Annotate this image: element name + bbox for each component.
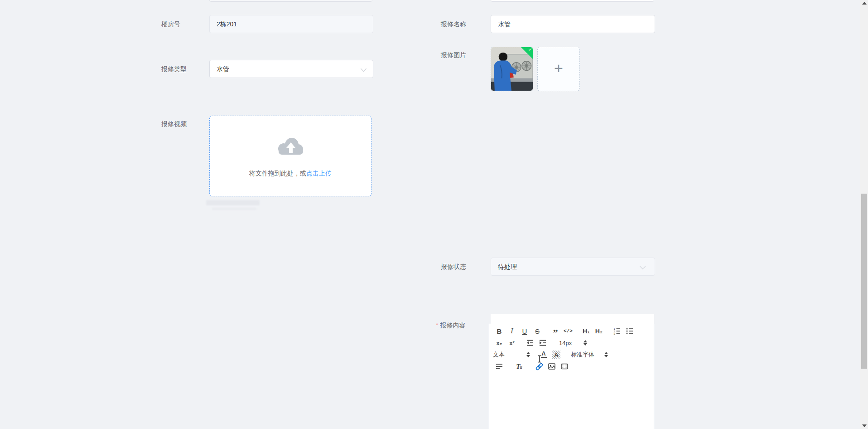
partial-input-left[interactable] <box>209 0 372 2</box>
strike-button[interactable]: S <box>531 326 544 336</box>
link-icon <box>535 362 544 371</box>
indent-icon <box>539 339 547 347</box>
rich-text-content-area[interactable] <box>489 375 654 429</box>
insert-video-button[interactable] <box>558 361 571 372</box>
repair-type-select[interactable]: 水管 <box>209 60 373 78</box>
text-cursor <box>537 355 542 363</box>
toolbar-row-2: x₂ x² 14px <box>489 337 654 349</box>
toolbar-row-1: B I U S ” </> H₁ H₂ 123 <box>489 325 654 337</box>
background-color-button[interactable]: A <box>550 349 563 360</box>
video-icon <box>560 362 569 370</box>
scrollbar-up-arrow[interactable] <box>862 2 867 5</box>
outdent-icon <box>526 339 534 347</box>
font-size-picker[interactable]: 14px <box>559 340 587 346</box>
underline-button[interactable]: U <box>518 326 531 336</box>
italic-button[interactable]: I <box>506 326 518 336</box>
indent-button[interactable] <box>536 337 549 348</box>
repair-type-label: 报修类型 <box>161 60 187 78</box>
scrollbar-thumb[interactable] <box>861 194 867 369</box>
ordered-list-icon: 123 <box>613 327 621 335</box>
repair-images-label: 报修图片 <box>441 50 466 59</box>
picker-arrows-icon <box>526 352 530 357</box>
repair-form-page: 楼房号 2栋201 报修类型 水管 报修视频 将文件拖到此处，或点击上传 报修名… <box>0 0 868 429</box>
upload-drag-text: 将文件拖到此处，或 <box>249 170 306 177</box>
faded-upload-tip <box>206 200 260 205</box>
image-icon <box>548 362 556 370</box>
video-upload-dropzone[interactable]: 将文件拖到此处，或点击上传 <box>209 116 371 196</box>
repair-status-label: 报修状态 <box>441 258 466 276</box>
insert-image-button[interactable] <box>545 361 558 372</box>
repair-name-input[interactable]: 水管 <box>491 15 655 33</box>
superscript-button[interactable]: x² <box>506 337 518 348</box>
picker-arrows-icon <box>604 352 608 357</box>
heading1-button[interactable]: H₁ <box>580 326 593 336</box>
uploaded-image-thumbnail[interactable]: ✓ <box>491 47 533 91</box>
bullet-list-button[interactable] <box>623 326 636 336</box>
outdent-button[interactable] <box>524 337 536 348</box>
font-family-value: 标准字体 <box>571 351 594 359</box>
repair-type-value: 水管 <box>217 65 229 73</box>
faded-upload-tip-line <box>212 208 256 210</box>
bullet-list-icon <box>626 327 634 335</box>
scrollbar-down-arrow[interactable] <box>862 424 867 427</box>
blockquote-button[interactable]: ” <box>549 324 562 338</box>
upload-click-link[interactable]: 点击上传 <box>306 170 332 177</box>
background-color-icon: A <box>552 351 560 359</box>
picker-arrows-icon <box>583 340 587 346</box>
repair-name-label: 报修名称 <box>441 15 466 33</box>
rich-text-toolbar: B I U S ” </> H₁ H₂ 123 <box>489 324 654 375</box>
editor-wrapper-strip <box>491 314 654 324</box>
required-asterisk: * <box>436 322 438 329</box>
align-left-icon <box>495 362 503 370</box>
repair-status-value: 待处理 <box>498 263 517 270</box>
repair-content-label: *报修内容 <box>436 321 465 330</box>
check-icon: ✓ <box>528 47 532 53</box>
heading2-button[interactable]: H₂ <box>593 326 605 336</box>
toolbar-row-3: 文本 A A 标准字体 <box>489 349 654 361</box>
chevron-down-icon <box>640 263 646 269</box>
code-block-button[interactable]: </> <box>562 326 574 336</box>
plus-icon: + <box>538 58 579 78</box>
font-size-value: 14px <box>559 340 572 346</box>
add-image-button[interactable]: + <box>537 47 580 91</box>
align-button[interactable] <box>493 361 506 372</box>
clear-format-button[interactable]: Tx <box>513 361 526 372</box>
paragraph-style-value: 文本 <box>493 351 505 359</box>
repair-status-select[interactable]: 待处理 <box>491 258 655 276</box>
partial-input-right[interactable] <box>491 0 654 2</box>
svg-text:3: 3 <box>614 332 616 335</box>
upload-cloud-icon <box>276 136 305 157</box>
building-no-input[interactable]: 2栋201 <box>209 15 373 33</box>
font-family-picker[interactable]: 标准字体 <box>571 351 608 359</box>
ordered-list-button[interactable]: 123 <box>611 326 623 336</box>
repair-video-label: 报修视频 <box>161 119 187 128</box>
toolbar-row-4: Tx <box>489 361 654 372</box>
paragraph-style-picker[interactable]: 文本 <box>493 351 530 359</box>
chevron-down-icon <box>361 66 366 72</box>
building-no-label: 楼房号 <box>161 15 180 33</box>
bold-button[interactable]: B <box>493 326 506 336</box>
subscript-button[interactable]: x₂ <box>493 337 506 348</box>
